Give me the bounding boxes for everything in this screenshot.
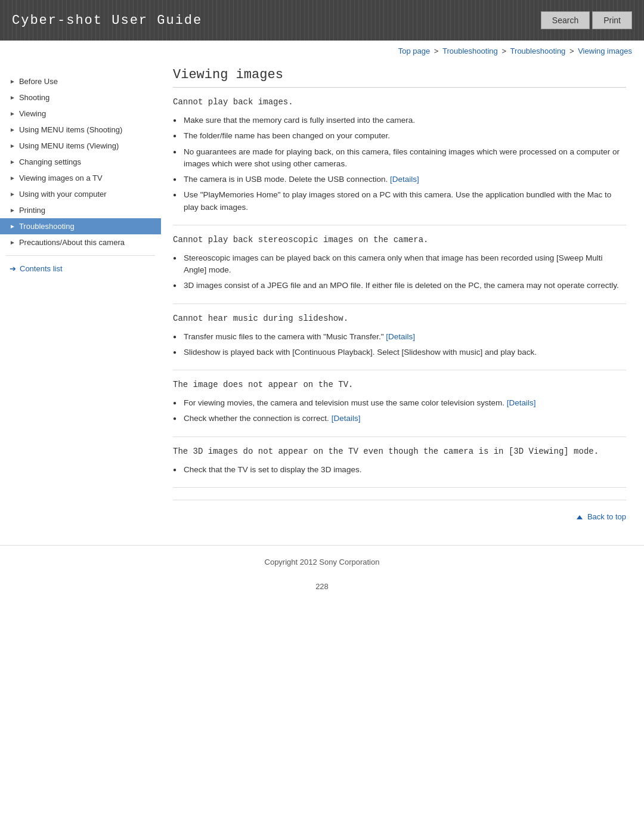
sidebar-item-printing[interactable]: ► Printing: [0, 202, 161, 218]
list-item: The camera is in USB mode. Delete the US…: [173, 172, 626, 187]
arrow-icon: ►: [10, 126, 16, 133]
arrow-icon: ►: [10, 175, 16, 181]
breadcrumb-sep-1: >: [434, 47, 441, 55]
section-stereoscopic: Cannot play back stereoscopic images on …: [173, 235, 626, 304]
sidebar-item-label: Changing settings: [19, 157, 81, 166]
back-to-top-row: Back to top: [173, 500, 626, 527]
page-title: Viewing images: [173, 67, 626, 88]
list-item: The folder/file name has been changed on…: [173, 128, 626, 144]
search-button[interactable]: Search: [541, 11, 590, 29]
list-item: Slideshow is played back with [Continuou…: [173, 345, 626, 360]
sidebar-item-precautions[interactable]: ► Precautions/About this camera: [0, 234, 161, 250]
sidebar-item-label: Shooting: [19, 93, 49, 102]
list-item: No guarantees are made for playing back,…: [173, 144, 626, 172]
arrow-icon: ►: [10, 78, 16, 85]
arrow-icon: ►: [10, 191, 16, 197]
breadcrumb-toppage[interactable]: Top page: [398, 47, 431, 55]
breadcrumb-troubleshooting2[interactable]: Troubleshooting: [510, 47, 566, 55]
list-item: 3D images consist of a JPEG file and an …: [173, 278, 626, 293]
sidebar-item-label: Troubleshooting: [19, 222, 75, 231]
sidebar-item-using-menu-viewing[interactable]: ► Using MENU items (Viewing): [0, 138, 161, 154]
content-area: Viewing images Cannot play back images. …: [161, 67, 644, 539]
contents-list-link[interactable]: ➔ Contents list: [0, 261, 161, 277]
sidebar-item-label: Viewing: [19, 109, 46, 118]
arrow-icon: ►: [10, 94, 16, 101]
sidebar-item-label: Using with your computer: [19, 190, 107, 199]
arrow-right-icon: ➔: [10, 264, 16, 273]
section-3d-images: The 3D images do not appear on the TV ev…: [173, 447, 626, 488]
sidebar-item-using-menu-shooting[interactable]: ► Using MENU items (Shooting): [0, 122, 161, 138]
section1-title: Cannot play back images.: [173, 97, 626, 107]
section4-bullets: For viewing movies, the camera and telev…: [173, 395, 626, 427]
section5-title: The 3D images do not appear on the TV ev…: [173, 447, 626, 456]
sidebar-item-label: Viewing images on a TV: [19, 174, 103, 182]
list-item: Make sure that the memory card is fully …: [173, 113, 626, 128]
section1-bullets: Make sure that the memory card is fully …: [173, 113, 626, 215]
list-item: Stereoscopic images can be played back o…: [173, 250, 626, 278]
details-link-connection[interactable]: [Details]: [332, 414, 361, 423]
sidebar-divider: [6, 255, 155, 256]
contents-list-label: Contents list: [20, 264, 63, 273]
sidebar-item-viewing-tv[interactable]: ► Viewing images on a TV: [0, 170, 161, 186]
page-number: 228: [0, 572, 644, 597]
details-link-music[interactable]: [Details]: [386, 332, 415, 341]
print-button[interactable]: Print: [592, 11, 632, 29]
list-item: Transfer music files to the camera with …: [173, 329, 626, 345]
breadcrumb-viewing-images[interactable]: Viewing images: [578, 47, 632, 55]
sidebar-item-troubleshooting[interactable]: ► Troubleshooting: [0, 218, 161, 234]
list-item: Use "PlayMemories Home" to play images s…: [173, 187, 626, 215]
back-to-top-label: Back to top: [587, 512, 626, 521]
arrow-icon: ►: [10, 207, 16, 213]
header-buttons: Search Print: [541, 11, 632, 29]
section-cannot-play-back: Cannot play back images. Make sure that …: [173, 97, 626, 225]
list-item: For viewing movies, the camera and telev…: [173, 395, 626, 411]
triangle-up-icon: [577, 515, 583, 519]
arrow-icon: ►: [10, 239, 16, 246]
sidebar: ► Before Use ► Shooting ► Viewing ► Usin…: [0, 67, 161, 539]
section2-bullets: Stereoscopic images can be played back o…: [173, 250, 626, 294]
footer: Copyright 2012 Sony Corporation: [0, 545, 644, 572]
breadcrumb: Top page > Troubleshooting > Troubleshoo…: [0, 41, 644, 61]
sidebar-item-viewing[interactable]: ► Viewing: [0, 106, 161, 122]
details-link-usb[interactable]: [Details]: [390, 175, 419, 184]
header: Cyber-shot User Guide Search Print: [0, 0, 644, 41]
sidebar-item-before-use[interactable]: ► Before Use: [0, 73, 161, 89]
arrow-icon: ►: [10, 110, 16, 117]
section3-bullets: Transfer music files to the camera with …: [173, 329, 626, 361]
sidebar-item-label: Precautions/About this camera: [19, 238, 125, 247]
breadcrumb-sep-2: >: [501, 47, 508, 55]
arrow-icon: ►: [10, 143, 16, 149]
header-title: Cyber-shot User Guide: [12, 13, 202, 28]
arrow-icon: ►: [10, 223, 16, 230]
sidebar-item-label: Using MENU items (Viewing): [19, 141, 119, 150]
breadcrumb-sep-3: >: [569, 47, 576, 55]
sidebar-item-changing-settings[interactable]: ► Changing settings: [0, 154, 161, 170]
main-layout: ► Before Use ► Shooting ► Viewing ► Usin…: [0, 61, 644, 539]
sidebar-item-shooting[interactable]: ► Shooting: [0, 89, 161, 106]
section2-title: Cannot play back stereoscopic images on …: [173, 235, 626, 244]
sidebar-item-using-computer[interactable]: ► Using with your computer: [0, 186, 161, 202]
arrow-icon: ►: [10, 159, 16, 165]
section-tv-display: The image does not appear on the TV. For…: [173, 380, 626, 437]
copyright-text: Copyright 2012 Sony Corporation: [265, 558, 380, 566]
sidebar-item-label: Using MENU items (Shooting): [19, 125, 122, 134]
sidebar-item-label: Printing: [19, 206, 45, 215]
section4-title: The image does not appear on the TV.: [173, 380, 626, 389]
back-to-top-link[interactable]: Back to top: [577, 512, 626, 521]
section-slideshow-music: Cannot hear music during slideshow. Tran…: [173, 314, 626, 371]
list-item: Check that the TV is set to display the …: [173, 462, 626, 478]
section5-bullets: Check that the TV is set to display the …: [173, 462, 626, 478]
details-link-tv-system[interactable]: [Details]: [507, 398, 536, 407]
section3-title: Cannot hear music during slideshow.: [173, 314, 626, 323]
breadcrumb-troubleshooting1[interactable]: Troubleshooting: [442, 47, 498, 55]
list-item: Check whether the connection is correct.…: [173, 411, 626, 426]
sidebar-item-label: Before Use: [19, 77, 58, 86]
